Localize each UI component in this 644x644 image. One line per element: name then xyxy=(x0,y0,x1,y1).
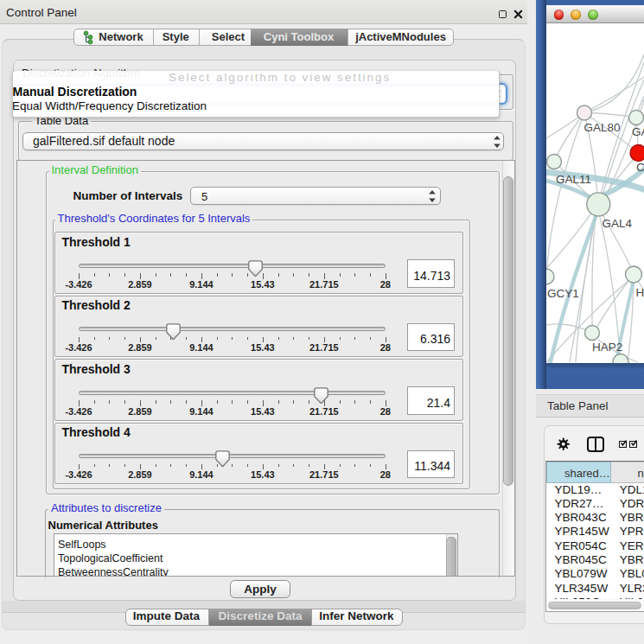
svg-text:HAP2: HAP2 xyxy=(592,341,622,354)
svg-text:GCY1: GCY1 xyxy=(547,287,579,300)
svg-text:GAL80: GAL80 xyxy=(584,121,621,134)
svg-text:H: H xyxy=(636,286,644,299)
svg-text:GAL4: GAL4 xyxy=(603,217,633,230)
svg-text:GAL11: GAL11 xyxy=(556,173,591,186)
svg-text:GA: GA xyxy=(632,125,644,138)
svg-text:C: C xyxy=(636,161,644,174)
